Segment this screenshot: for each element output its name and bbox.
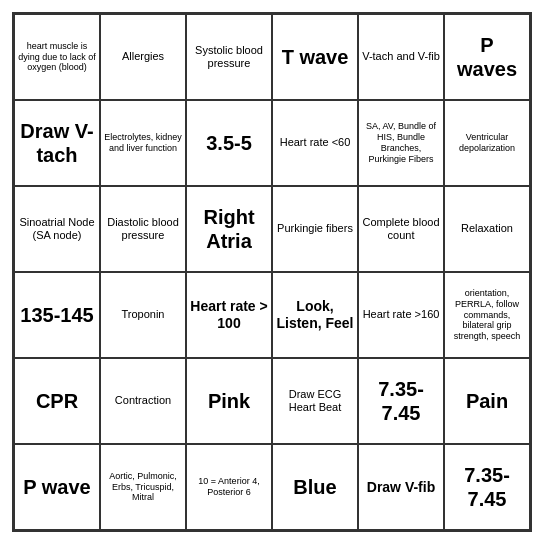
cell-text: Right Atria xyxy=(190,205,268,253)
bingo-cell-r2c3: Purkingie fibers xyxy=(272,186,358,272)
bingo-cell-r2c5: Relaxation xyxy=(444,186,530,272)
cell-text: orientation, PERRLA, follow commands, bi… xyxy=(448,288,526,342)
bingo-cell-r1c5: Ventricular depolarization xyxy=(444,100,530,186)
bingo-cell-r5c3: Blue xyxy=(272,444,358,530)
cell-text: Complete blood count xyxy=(362,216,440,242)
bingo-cell-r4c1: Contraction xyxy=(100,358,186,444)
bingo-cell-r0c2: Systolic blood pressure xyxy=(186,14,272,100)
bingo-cell-r2c4: Complete blood count xyxy=(358,186,444,272)
bingo-cell-r3c4: Heart rate >160 xyxy=(358,272,444,358)
cell-text: Heart rate <60 xyxy=(280,136,351,149)
cell-text: 3.5-5 xyxy=(206,131,252,155)
cell-text: Ventricular depolarization xyxy=(448,132,526,154)
cell-text: 135-145 xyxy=(20,303,93,327)
bingo-cell-r4c4: 7.35-7.45 xyxy=(358,358,444,444)
cell-text: Troponin xyxy=(121,308,164,321)
cell-text: Draw V-fib xyxy=(367,479,435,496)
cell-text: 10 = Anterior 4, Posterior 6 xyxy=(190,476,268,498)
bingo-cell-r5c0: P wave xyxy=(14,444,100,530)
bingo-cell-r3c0: 135-145 xyxy=(14,272,100,358)
bingo-cell-r0c1: Allergies xyxy=(100,14,186,100)
cell-text: Heart rate > 100 xyxy=(190,298,268,332)
bingo-cell-r3c5: orientation, PERRLA, follow commands, bi… xyxy=(444,272,530,358)
bingo-cell-r3c1: Troponin xyxy=(100,272,186,358)
cell-text: Diastolic blood pressure xyxy=(104,216,182,242)
bingo-cell-r1c2: 3.5-5 xyxy=(186,100,272,186)
cell-text: P waves xyxy=(448,33,526,81)
cell-text: Aortic, Pulmonic, Erbs, Tricuspid, Mitra… xyxy=(104,471,182,503)
bingo-cell-r0c5: P waves xyxy=(444,14,530,100)
cell-text: Allergies xyxy=(122,50,164,63)
bingo-cell-r3c2: Heart rate > 100 xyxy=(186,272,272,358)
bingo-cell-r0c0: heart muscle is dying due to lack of oxy… xyxy=(14,14,100,100)
cell-text: Draw ECG Heart Beat xyxy=(276,388,354,414)
cell-text: Sinoatrial Node (SA node) xyxy=(18,216,96,242)
cell-text: Systolic blood pressure xyxy=(190,44,268,70)
cell-text: Electrolytes, kidney and liver function xyxy=(104,132,182,154)
bingo-cell-r1c1: Electrolytes, kidney and liver function xyxy=(100,100,186,186)
cell-text: heart muscle is dying due to lack of oxy… xyxy=(18,41,96,73)
cell-text: 7.35-7.45 xyxy=(362,377,440,425)
bingo-cell-r1c4: SA, AV, Bundle of HIS, Bundle Branches, … xyxy=(358,100,444,186)
bingo-cell-r5c1: Aortic, Pulmonic, Erbs, Tricuspid, Mitra… xyxy=(100,444,186,530)
cell-text: P wave xyxy=(23,475,90,499)
cell-text: T wave xyxy=(282,45,349,69)
bingo-cell-r4c2: Pink xyxy=(186,358,272,444)
cell-text: CPR xyxy=(36,389,78,413)
bingo-cell-r0c3: T wave xyxy=(272,14,358,100)
cell-text: SA, AV, Bundle of HIS, Bundle Branches, … xyxy=(362,121,440,164)
bingo-cell-r1c0: Draw V-tach xyxy=(14,100,100,186)
bingo-cell-r3c3: Look, Listen, Feel xyxy=(272,272,358,358)
bingo-board: heart muscle is dying due to lack of oxy… xyxy=(12,12,532,532)
bingo-cell-r0c4: V-tach and V-fib xyxy=(358,14,444,100)
cell-text: Draw V-tach xyxy=(18,119,96,167)
cell-text: Heart rate >160 xyxy=(363,308,440,321)
cell-text: V-tach and V-fib xyxy=(362,50,440,63)
bingo-cell-r2c1: Diastolic blood pressure xyxy=(100,186,186,272)
cell-text: Pain xyxy=(466,389,508,413)
bingo-grid: heart muscle is dying due to lack of oxy… xyxy=(14,14,530,530)
cell-text: Purkingie fibers xyxy=(277,222,353,235)
bingo-cell-r4c3: Draw ECG Heart Beat xyxy=(272,358,358,444)
bingo-cell-r2c2: Right Atria xyxy=(186,186,272,272)
bingo-cell-r4c5: Pain xyxy=(444,358,530,444)
bingo-cell-r2c0: Sinoatrial Node (SA node) xyxy=(14,186,100,272)
bingo-cell-r5c4: Draw V-fib xyxy=(358,444,444,530)
cell-text: Contraction xyxy=(115,394,171,407)
cell-text: Pink xyxy=(208,389,250,413)
bingo-cell-r5c2: 10 = Anterior 4, Posterior 6 xyxy=(186,444,272,530)
bingo-cell-r5c5: 7.35-7.45 xyxy=(444,444,530,530)
cell-text: Look, Listen, Feel xyxy=(276,298,354,332)
bingo-cell-r4c0: CPR xyxy=(14,358,100,444)
cell-text: Blue xyxy=(293,475,336,499)
bingo-cell-r1c3: Heart rate <60 xyxy=(272,100,358,186)
cell-text: Relaxation xyxy=(461,222,513,235)
cell-text: 7.35-7.45 xyxy=(448,463,526,511)
